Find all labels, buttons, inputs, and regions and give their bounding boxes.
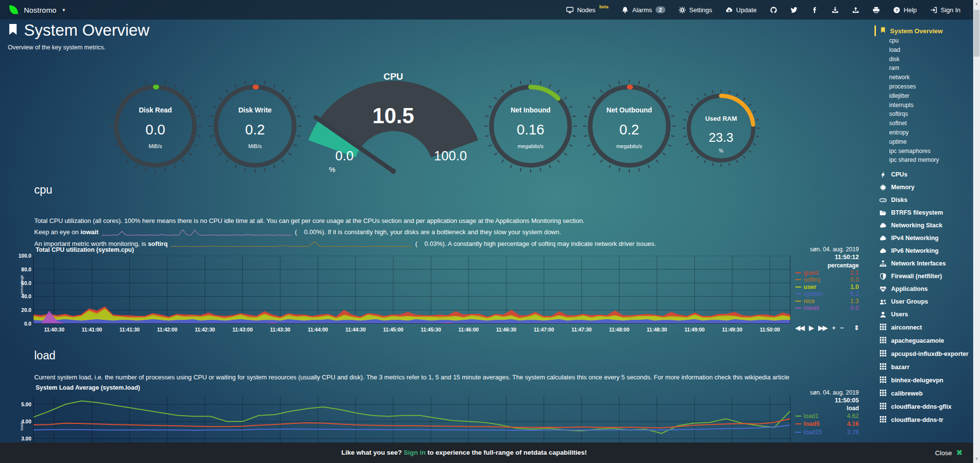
sidebar-item-processes[interactable]: processes <box>874 82 973 91</box>
legend-row-load15[interactable]: load153.78 <box>795 429 859 436</box>
monitor-icon <box>566 6 574 14</box>
gauge-used-ram[interactable]: Used RAM23.3% <box>680 87 763 170</box>
navbar-item-upload-icon[interactable] <box>852 6 859 14</box>
sidebar-item-bazarr[interactable]: bazarr <box>874 360 973 374</box>
sidebar-item-applications[interactable]: Applications <box>874 283 973 295</box>
sidebar-item-firewall-netfilter-[interactable]: Firewall (netfilter) <box>874 270 973 283</box>
navbar-item-update[interactable]: Update <box>725 6 757 14</box>
sidebar-item-cloudflare-ddns-tr[interactable]: cloudflare-ddns-tr <box>874 413 973 426</box>
brand-menu[interactable]: Nostromo ▾ <box>8 4 65 16</box>
sidebar-item-ram[interactable]: ram <box>874 64 973 73</box>
chart-toolbar-pan-forward-button[interactable]: ▶▶ <box>818 324 827 331</box>
navbar-item-help[interactable]: ?Help <box>893 6 917 14</box>
sidebar-item-system-overview[interactable]: System Overview <box>874 25 973 36</box>
legend-series-value: 1.0 <box>851 284 859 290</box>
sidebar-item-disks[interactable]: Disks <box>874 194 973 206</box>
sidebar-item-ipv4-networking[interactable]: IPv4 Networking <box>874 232 973 244</box>
sidebar-item-softirqs[interactable]: softirqs <box>874 110 973 119</box>
sidebar-item-softnet[interactable]: softnet <box>874 119 973 128</box>
x-tick-label: 11:49:30 <box>718 327 747 332</box>
sidebar-item-entropy[interactable]: entropy <box>874 128 973 137</box>
sidebar-item-ipc-semaphores[interactable]: ipc semaphores <box>874 147 973 156</box>
sidebar-item-btrfs-filesystem[interactable]: BTRFS filesystem <box>874 206 973 219</box>
legend-row-system[interactable]: system6.2 <box>795 290 859 297</box>
sidebar-item-user-groups[interactable]: User Groups <box>874 295 973 308</box>
chart-toolbar: ◀◀▶▶▶+−⇕ <box>795 324 859 331</box>
sidebar-item-apacheguacamole[interactable]: apacheguacamole <box>874 334 973 347</box>
x-tick-label: 11:42:30 <box>190 327 219 332</box>
sidebar-item-cloudflare-ddns-gflix[interactable]: cloudflare-ddns-gflix <box>874 400 973 413</box>
chart-toolbar-play-button[interactable]: ▶ <box>809 324 813 331</box>
page-header: System Overview Overview of the key syst… <box>7 22 149 51</box>
sidebar-item-disk[interactable]: disk <box>874 55 973 64</box>
legend-dash <box>795 432 801 433</box>
sidebar-item-ipc-shared-memory[interactable]: ipc shared memory <box>874 155 973 165</box>
legend-row-load5[interactable]: load54.16 <box>795 420 859 427</box>
sidebar-item-binhex-delugevpn[interactable]: binhex-delugevpn <box>874 374 973 387</box>
signin-message: Like what you see? Sign in to experience… <box>0 449 928 456</box>
sidebar-item-network-interfaces[interactable]: Network Interfaces <box>874 257 973 270</box>
navbar-item-twitter-icon[interactable] <box>790 6 798 14</box>
sidebar-item-uptime[interactable]: uptime <box>874 137 973 147</box>
gauge-cpu[interactable]: CPU10.50.0100.0% <box>303 68 484 191</box>
navbar-item-nodes[interactable]: Nodesbeta <box>566 6 608 14</box>
gauge-max: 100.0 <box>421 149 480 164</box>
navbar-item-sign-in[interactable]: Sign In <box>930 6 960 14</box>
sidebar-item-ipv6-networking[interactable]: IPv6 Networking <box>874 244 973 257</box>
gauge-net-inbound[interactable]: Net Inbound0.16megabits/s <box>481 76 580 176</box>
navbar-item-print-icon[interactable] <box>873 6 880 14</box>
chart-toolbar-pan-backward-button[interactable]: ◀◀ <box>795 324 804 331</box>
sidebar-item-memory[interactable]: Memory <box>874 181 973 194</box>
navbar-item-label: Update <box>736 6 757 14</box>
chart-plot-area[interactable] <box>33 256 790 324</box>
scrollbar-thumb[interactable] <box>974 10 980 57</box>
navbar-item-download-icon[interactable] <box>831 6 839 14</box>
navbar-item-facebook-icon[interactable] <box>811 6 818 14</box>
chart-toolbar-resize-button[interactable]: ⇕ <box>854 324 859 331</box>
legend-row-nice[interactable]: nice1.3 <box>795 298 859 305</box>
sidebar-item-airconnect[interactable]: airconnect <box>874 321 973 334</box>
close-button[interactable]: Close✖ <box>935 448 962 457</box>
scrollbar-down-arrow[interactable]: ▼ <box>973 457 980 461</box>
bolt-icon <box>879 171 887 178</box>
sidebar-section-label: BTRFS filesystem <box>891 209 943 216</box>
sidebar-item-interrupts[interactable]: interrupts <box>874 101 973 110</box>
navbar-item-settings[interactable]: Settings <box>679 6 712 14</box>
navbar-item-alarms[interactable]: Alarms2 <box>621 6 665 14</box>
sidebar-item-users[interactable]: Users <box>874 308 973 321</box>
chart-toolbar-zoom-out-button[interactable]: − <box>840 324 844 331</box>
legend-row-iowait[interactable]: iowait0.0 <box>795 305 859 311</box>
scrollbar-up-arrow[interactable]: ▲ <box>973 1 980 6</box>
gauge-disk-read[interactable]: Disk Read0.0MiB/s <box>106 76 205 176</box>
top-navbar: Nostromo ▾ NodesbetaAlarms2SettingsUpdat… <box>0 0 980 20</box>
legend-series-name: system <box>804 290 823 297</box>
signin-link[interactable]: Sign in <box>404 449 426 456</box>
legend-row-load1[interactable]: load14.62 <box>795 413 859 419</box>
chart-date: søn. 04. aug. 2019 <box>795 246 859 253</box>
sidebar-item-cpu[interactable]: cpu <box>874 36 973 45</box>
sidebar-item-apcupsd-influxdb-exporter[interactable]: apcupsd-influxdb-exporter <box>874 347 973 360</box>
sidebar-active-label: System Overview <box>890 27 943 35</box>
legend-units-header: load <box>795 405 859 412</box>
gauge-disk-write[interactable]: Disk Write0.2MiB/s <box>205 76 305 176</box>
y-tick-label: 3.00 <box>10 436 31 441</box>
navbar-item-github-icon[interactable] <box>770 6 777 14</box>
y-tick-label: 100.0 <box>10 253 31 259</box>
chart-toolbar-zoom-in-button[interactable]: + <box>832 324 835 331</box>
sidebar-item-idlejitter[interactable]: idlejitter <box>874 91 973 101</box>
scrollbar-track[interactable]: ▲ ▼ <box>973 0 980 463</box>
legend-row-softirq[interactable]: softirq0.0 <box>795 276 859 283</box>
legend-series-name: softirq <box>804 276 820 283</box>
gauge-net-outbound[interactable]: Net Outbound0.2megabits/s <box>579 76 679 176</box>
sidebar-item-networking-stack[interactable]: Networking Stack <box>874 219 973 232</box>
grid-icon <box>879 323 887 331</box>
sidebar-section-label: Memory <box>891 184 915 191</box>
folder-icon <box>879 209 887 217</box>
sidebar-item-load[interactable]: load <box>874 45 973 55</box>
sidebar-item-cpus[interactable]: CPUs <box>874 168 973 181</box>
sidebar-item-network[interactable]: network <box>874 73 973 82</box>
sidebar-item-calibreweb[interactable]: calibreweb <box>874 387 973 400</box>
legend-row-guest[interactable]: guest2.1 <box>795 269 859 276</box>
x-tick-label: 11:47:00 <box>529 327 558 332</box>
legend-row-user[interactable]: user1.0 <box>795 284 859 290</box>
